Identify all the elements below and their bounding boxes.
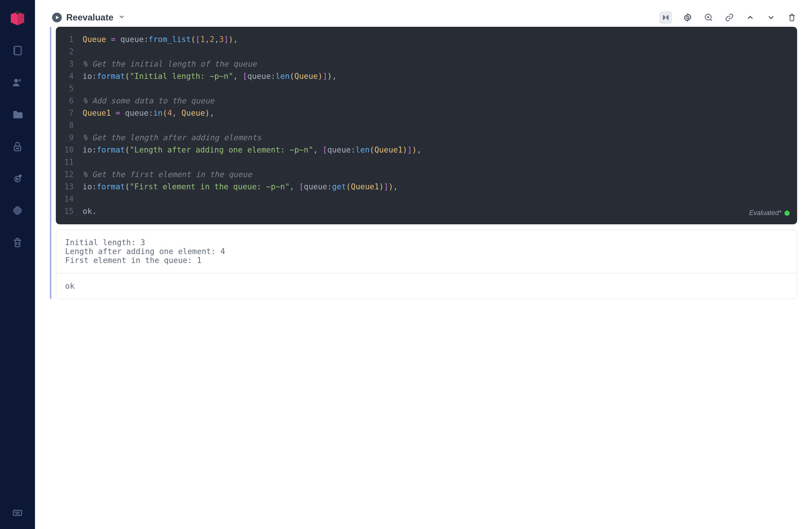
svg-point-31 [18, 512, 18, 512]
code-cell: 1Queue = queue:from_list([1,2,3]),2 3% G… [50, 27, 797, 299]
code-line[interactable]: 10io:format("Length after adding one ele… [56, 144, 790, 156]
output-panel: Initial length: 3 Length after adding on… [56, 230, 797, 299]
code-line[interactable]: 6% Add some data to the queue [56, 95, 790, 107]
line-number: 12 [56, 169, 83, 181]
sidebar-trash-icon[interactable] [9, 234, 26, 251]
code-content[interactable]: % Get the initial length of the queue [83, 58, 257, 70]
code-line[interactable]: 14 [56, 193, 790, 205]
code-line[interactable]: 4io:format("Initial length: ~p~n", [queu… [56, 70, 790, 83]
output-result: ok [56, 273, 797, 299]
move-down-button[interactable] [766, 12, 776, 23]
svg-point-29 [15, 512, 15, 512]
code-content[interactable]: % Get the first element in the queue [83, 169, 252, 181]
code-line[interactable]: 15ok. [56, 205, 790, 218]
line-number: 8 [56, 119, 83, 132]
toggle-code-button[interactable] [659, 11, 672, 24]
code-line[interactable]: 13io:format("First element in the queue:… [56, 181, 790, 193]
code-content[interactable] [83, 193, 87, 205]
zoom-in-button[interactable] [703, 12, 714, 23]
line-number: 13 [56, 181, 83, 193]
output-stdout: Initial length: 3 Length after adding on… [56, 230, 797, 273]
status-label: Evaluated* [749, 207, 781, 219]
svg-rect-13 [17, 210, 19, 212]
toolbar-right [659, 11, 797, 24]
line-number: 15 [56, 205, 83, 218]
toolbar-left: Reevaluate [52, 12, 125, 23]
sidebar-notebook-icon[interactable] [9, 42, 26, 59]
code-line[interactable]: 3% Get the initial length of the queue [56, 58, 790, 70]
code-line[interactable]: 12% Get the first element in the queue [56, 169, 790, 181]
svg-point-30 [16, 512, 17, 512]
code-line[interactable]: 9% Get the length after adding elements [56, 132, 790, 144]
move-up-button[interactable] [745, 12, 755, 23]
code-content[interactable]: io:format("Initial length: ~p~n", [queue… [83, 70, 337, 83]
line-number: 3 [56, 58, 83, 70]
app-logo[interactable] [9, 9, 26, 27]
code-content[interactable]: % Add some data to the queue [83, 95, 214, 107]
code-line[interactable]: 7Queue1 = queue:in(4, Queue), [56, 107, 790, 119]
reevaluate-label[interactable]: Reevaluate [66, 12, 114, 23]
sidebar-folder-icon[interactable] [9, 106, 26, 123]
line-number: 6 [56, 95, 83, 107]
reevaluate-dropdown-icon[interactable] [118, 13, 125, 22]
svg-point-4 [14, 79, 18, 83]
cell-toolbar: Reevaluate [50, 11, 797, 24]
svg-line-38 [710, 19, 712, 21]
run-cell-button[interactable] [52, 13, 62, 22]
svg-point-9 [18, 148, 19, 149]
svg-point-5 [19, 79, 22, 82]
code-line[interactable]: 8 [56, 119, 790, 132]
svg-rect-12 [15, 208, 20, 213]
svg-point-34 [687, 16, 689, 19]
code-content[interactable]: % Get the length after adding elements [83, 132, 261, 144]
svg-point-32 [19, 512, 19, 512]
sidebar-lock-icon[interactable] [9, 138, 26, 155]
main-content: Reevaluate [35, 0, 812, 529]
line-number: 10 [56, 144, 83, 156]
code-content[interactable]: ok. [83, 205, 97, 218]
delete-cell-button[interactable] [787, 12, 797, 23]
line-number: 4 [56, 70, 83, 83]
code-content[interactable]: io:format("First element in the queue: ~… [83, 181, 398, 193]
code-content[interactable] [83, 46, 87, 58]
settings-button[interactable] [682, 12, 693, 23]
sidebar-keyboard-icon[interactable] [9, 504, 26, 521]
line-number: 14 [56, 193, 83, 205]
svg-point-11 [19, 174, 22, 177]
code-content[interactable]: Queue1 = queue:in(4, Queue), [83, 107, 214, 119]
code-line[interactable]: 11 [56, 156, 790, 169]
sidebar-chip-icon[interactable] [9, 202, 26, 219]
code-line[interactable]: 2 [56, 46, 790, 58]
code-content[interactable] [83, 83, 87, 95]
svg-rect-28 [13, 510, 22, 516]
line-number: 2 [56, 46, 83, 58]
sidebar-runtime-icon[interactable] [9, 170, 26, 187]
svg-rect-0 [14, 47, 21, 55]
line-number: 11 [56, 156, 83, 169]
code-content[interactable]: Queue = queue:from_list([1,2,3]), [83, 33, 238, 46]
code-content[interactable] [83, 156, 87, 169]
evaluation-status: Evaluated* [749, 207, 790, 219]
code-content[interactable]: io:format("Length after adding one eleme… [83, 144, 421, 156]
code-content[interactable] [83, 119, 87, 132]
line-number: 7 [56, 107, 83, 119]
line-number: 5 [56, 83, 83, 95]
sidebar [0, 0, 35, 529]
code-line[interactable]: 5 [56, 83, 790, 95]
code-line[interactable]: 1Queue = queue:from_list([1,2,3]), [56, 33, 790, 46]
link-button[interactable] [724, 12, 735, 23]
line-number: 1 [56, 33, 83, 46]
app-root: Reevaluate [0, 0, 812, 529]
sidebar-users-icon[interactable] [9, 74, 26, 91]
code-editor[interactable]: 1Queue = queue:from_list([1,2,3]),2 3% G… [56, 27, 797, 224]
status-dot-icon [784, 211, 790, 216]
line-number: 9 [56, 132, 83, 144]
